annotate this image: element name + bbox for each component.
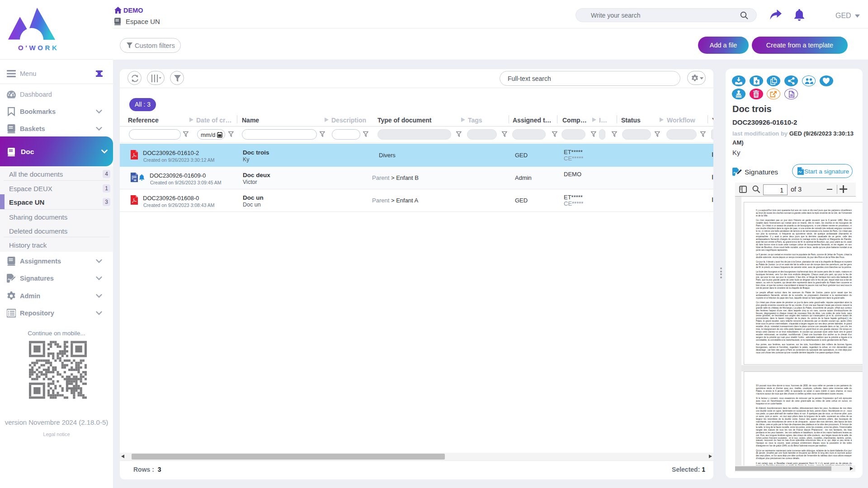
- svg-text:O'WORK: O'WORK: [18, 44, 58, 52]
- svg-text:w: w: [133, 178, 137, 182]
